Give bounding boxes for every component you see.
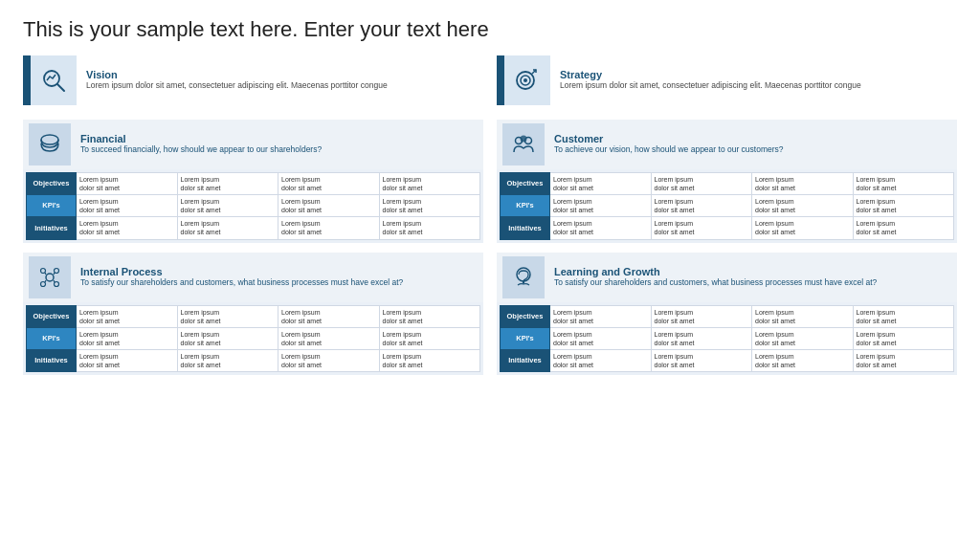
cell: Lorem ipsumdolor sit amet: [651, 173, 752, 195]
cell: Lorem ipsumdolor sit amet: [550, 305, 652, 327]
cell: Lorem ipsumdolor sit amet: [651, 327, 752, 349]
cell: Lorem ipsumdolor sit amet: [853, 349, 954, 371]
cell: Lorem ipsumdolor sit amet: [853, 305, 954, 327]
cell: Lorem ipsumdolor sit amet: [379, 217, 480, 239]
row-label-objectives: Objectives: [27, 305, 77, 327]
learning-table: Objectives Lorem ipsumdolor sit ametLore…: [500, 305, 954, 373]
cell: Lorem ipsumdolor sit amet: [177, 305, 278, 327]
row-label-initiatives: Initiatives: [501, 217, 550, 239]
cell: Lorem ipsumdolor sit amet: [752, 349, 854, 371]
svg-point-12: [55, 268, 59, 273]
strategy-header: Strategy Lorem ipsum dolor sit amet, con…: [560, 69, 957, 91]
svg-point-9: [521, 136, 527, 143]
cell: Lorem ipsumdolor sit amet: [752, 217, 854, 239]
internal-text: Internal Process To satisfy our sharehol…: [80, 266, 478, 288]
internal-desc: To satisfy our shareholders and customer…: [80, 277, 478, 288]
learning-icon: [502, 256, 545, 298]
cell: Lorem ipsumdolor sit amet: [278, 173, 380, 195]
target-icon: [513, 66, 542, 95]
table-row-kpis: KPI's Lorem ipsumdolor sit ametLorem ips…: [501, 195, 954, 217]
financial-header-section: Financial To succeed financially, how sh…: [23, 120, 483, 169]
customer-table: Objectives Lorem ipsumdolor sit ametLore…: [500, 172, 954, 240]
strategy-desc: Lorem ipsum dolor sit amet, consectetuer…: [560, 80, 957, 91]
row-label-initiatives: Initiatives: [27, 349, 77, 371]
row-label-initiatives: Initiatives: [501, 349, 550, 371]
svg-point-14: [55, 281, 59, 286]
internal-table-wrapper: Objectives Lorem ipsumdolor sit ametLore…: [23, 302, 483, 376]
financial-table: Objectives Lorem ipsumdolor sit ametLore…: [26, 172, 480, 240]
learning-desc: To satisfy our shareholders and customer…: [554, 277, 951, 288]
cell: Lorem ipsumdolor sit amet: [550, 349, 652, 371]
customer-header-section: Customer To achieve our vision, how shou…: [497, 120, 957, 169]
cell: Lorem ipsumdolor sit amet: [77, 349, 178, 371]
cell: Lorem ipsumdolor sit amet: [550, 217, 652, 239]
learning-text: Learning and Growth To satisfy our share…: [554, 266, 951, 288]
internal-title: Internal Process: [80, 266, 478, 277]
customer-text: Customer To achieve our vision, how shou…: [554, 133, 951, 155]
table-row-objectives: Objectives Lorem ipsumdolor sit ametLore…: [27, 305, 480, 327]
svg-line-15: [45, 273, 46, 275]
quadrant-customer: Customer To achieve our vision, how shou…: [497, 120, 957, 243]
cell: Lorem ipsumdolor sit amet: [752, 305, 854, 327]
table-row-initiatives: Initiatives Lorem ipsumdolor sit ametLor…: [27, 217, 480, 239]
financial-text: Financial To succeed financially, how sh…: [80, 133, 478, 155]
table-row-initiatives: Initiatives Lorem ipsumdolor sit ametLor…: [27, 349, 480, 371]
row-label-kpis: KPI's: [501, 327, 550, 349]
cell: Lorem ipsumdolor sit amet: [853, 217, 954, 239]
quadrant-internal: Internal Process To satisfy our sharehol…: [23, 253, 483, 376]
cell: Lorem ipsumdolor sit amet: [853, 327, 954, 349]
table-row-objectives: Objectives Lorem ipsumdolor sit ametLore…: [27, 173, 480, 195]
cell: Lorem ipsumdolor sit amet: [651, 349, 752, 371]
strategy-title: Strategy: [560, 69, 957, 80]
cell: Lorem ipsumdolor sit amet: [77, 327, 178, 349]
table-row-kpis: KPI's Lorem ipsumdolor sit ametLorem ips…: [27, 327, 480, 349]
learning-header-section: Learning and Growth To satisfy our share…: [497, 253, 957, 302]
cell: Lorem ipsumdolor sit amet: [379, 327, 480, 349]
vision-desc: Lorem ipsum dolor sit amet, consectetuer…: [86, 80, 483, 91]
cell: Lorem ipsumdolor sit amet: [379, 349, 480, 371]
table-row-kpis: KPI's Lorem ipsumdolor sit ametLorem ips…: [501, 327, 954, 349]
row-label-kpis: KPI's: [501, 195, 550, 217]
table-row-objectives: Objectives Lorem ipsumdolor sit ametLore…: [501, 305, 954, 327]
svg-point-4: [523, 78, 527, 82]
table-row-kpis: KPI's Lorem ipsumdolor sit ametLorem ips…: [27, 195, 480, 217]
table-row-initiatives: Initiatives Lorem ipsumdolor sit ametLor…: [501, 349, 954, 371]
internal-header-section: Internal Process To satisfy our sharehol…: [23, 253, 483, 302]
row-label-objectives: Objectives: [501, 305, 550, 327]
cell: Lorem ipsumdolor sit amet: [177, 349, 278, 371]
vision-section: Vision Lorem ipsum dolor sit amet, conse…: [23, 55, 483, 105]
customer-desc: To achieve our vision, how should we app…: [554, 144, 951, 155]
table-row-objectives: Objectives Lorem ipsumdolor sit ametLore…: [501, 173, 954, 195]
cell: Lorem ipsumdolor sit amet: [177, 327, 278, 349]
cell: Lorem ipsumdolor sit amet: [177, 173, 278, 195]
svg-point-6: [41, 135, 58, 144]
cell: Lorem ipsumdolor sit amet: [379, 195, 480, 217]
row-label-kpis: KPI's: [27, 327, 77, 349]
row-label-initiatives: Initiatives: [27, 217, 77, 239]
cell: Lorem ipsumdolor sit amet: [278, 195, 380, 217]
cell: Lorem ipsumdolor sit amet: [77, 217, 178, 239]
search-chart-icon: [39, 66, 68, 95]
row-label-objectives: Objectives: [27, 173, 77, 195]
page-title: This is your sample text here. Enter you…: [23, 17, 957, 42]
svg-line-18: [54, 280, 55, 282]
quadrant-financial: Financial To succeed financially, how sh…: [23, 120, 483, 243]
cell: Lorem ipsumdolor sit amet: [752, 195, 854, 217]
learning-title: Learning and Growth: [554, 266, 951, 277]
quadrant-learning: Learning and Growth To satisfy our share…: [497, 253, 957, 376]
cell: Lorem ipsumdolor sit amet: [77, 195, 178, 217]
svg-line-16: [54, 273, 55, 275]
cell: Lorem ipsumdolor sit amet: [278, 327, 380, 349]
learning-table-wrapper: Objectives Lorem ipsumdolor sit ametLore…: [497, 302, 957, 376]
financial-title: Financial: [80, 133, 478, 144]
cell: Lorem ipsumdolor sit amet: [77, 173, 178, 195]
cell: Lorem ipsumdolor sit amet: [177, 217, 278, 239]
row-label-kpis: KPI's: [27, 195, 77, 217]
cell: Lorem ipsumdolor sit amet: [379, 173, 480, 195]
cell: Lorem ipsumdolor sit amet: [752, 173, 854, 195]
cell: Lorem ipsumdolor sit amet: [853, 173, 954, 195]
cell: Lorem ipsumdolor sit amet: [550, 173, 652, 195]
svg-point-13: [41, 281, 46, 286]
cell: Lorem ipsumdolor sit amet: [278, 217, 380, 239]
vision-title: Vision: [86, 69, 483, 80]
